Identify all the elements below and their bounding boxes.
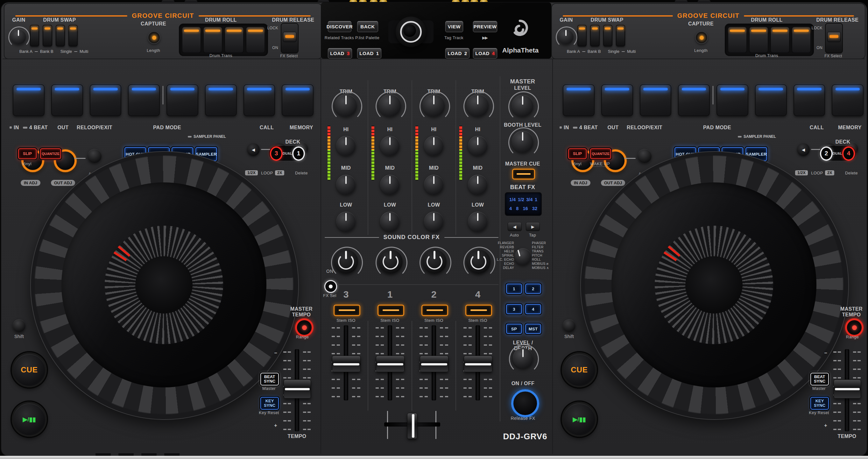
channel-fader-ch2[interactable] [420, 356, 448, 372]
performance-pad-5[interactable] [716, 84, 748, 116]
call-prev-button[interactable]: ◀ [797, 143, 810, 156]
performance-pad-6[interactable] [755, 84, 787, 116]
play-pause-button[interactable]: ▶/▮▮ [12, 402, 47, 437]
fx-on-off-button[interactable] [511, 389, 539, 417]
color-fx-knob-ch2[interactable] [423, 250, 446, 274]
reloop-exit-button[interactable] [88, 149, 101, 163]
key-sync-button[interactable]: KEYSYNC [810, 397, 829, 410]
performance-pad-2[interactable] [51, 84, 83, 116]
beat-prev-button[interactable]: ◀ [508, 222, 522, 231]
deck-1-button[interactable]: 1 [292, 146, 305, 161]
load-2-button[interactable]: LOAD2 [445, 48, 469, 59]
trim-knob-ch4[interactable] [467, 94, 489, 117]
stem-iso-button-ch1[interactable] [377, 305, 404, 316]
load-3-button[interactable]: LOAD3 [328, 48, 352, 59]
eq-mid-knob-ch3[interactable] [336, 175, 356, 194]
stem-iso-button-ch2[interactable] [422, 305, 448, 316]
performance-pad-4[interactable] [128, 84, 160, 116]
trim-knob-ch1[interactable] [379, 94, 401, 117]
cue-button[interactable]: CUE [562, 353, 597, 387]
fx-assign-1-button[interactable]: 1 [506, 284, 522, 294]
tempo-label: TEMPO [284, 433, 310, 439]
eq-hi-knob-ch3[interactable] [336, 136, 356, 156]
fx-assign-master-button[interactable]: MST [525, 324, 541, 334]
browse-panel: DISCOVER Related Tracks BACK P.list Pale… [321, 3, 551, 59]
master-level-knob[interactable] [512, 95, 533, 117]
sampler-panel-label: SAMPLER PANEL [193, 134, 226, 139]
fx-assign-3-button[interactable]: 3 [506, 304, 522, 314]
deck-4-button[interactable]: 4 [842, 146, 855, 161]
back-button[interactable]: BACK [357, 21, 378, 32]
fx-assign-4-button[interactable]: 4 [525, 304, 541, 314]
performance-pad-3[interactable] [640, 84, 672, 116]
color-fx-knob-ch1[interactable] [378, 250, 403, 274]
beat-sync-button[interactable]: BEATSYNC [810, 373, 829, 386]
trim-knob-ch2[interactable] [423, 94, 445, 117]
performance-pad-1[interactable] [13, 84, 44, 116]
beat-next-button[interactable]: ▶ [526, 222, 540, 231]
master-tempo-button[interactable] [295, 318, 313, 337]
discover-button[interactable]: DISCOVER [328, 21, 351, 32]
performance-pad-1[interactable] [563, 84, 595, 116]
preview-button[interactable]: PREVIEW [473, 21, 497, 32]
eq-low-knob-ch1[interactable] [380, 212, 400, 232]
channel-fader-ch1[interactable] [376, 356, 405, 372]
beat-fx-select-knob[interactable] [515, 248, 531, 265]
color-fx-knob-ch3[interactable] [334, 250, 358, 274]
crossfader[interactable] [407, 413, 417, 439]
eq-hi-knob-ch2[interactable] [424, 136, 444, 156]
eq-hi-knob-ch4[interactable] [468, 136, 488, 156]
stem-iso-button-ch3[interactable] [334, 305, 360, 316]
channel-number: 4 [468, 289, 487, 300]
tempo-fader[interactable] [284, 379, 311, 399]
performance-pad-5[interactable] [166, 84, 198, 116]
eq-mid-knob-ch2[interactable] [424, 175, 444, 194]
quantize-button[interactable]: QUANTIZE [590, 148, 611, 159]
eq-mid-knob-ch4[interactable] [468, 175, 488, 194]
deck-3-button[interactable]: 3 [270, 146, 283, 161]
sound-color-fx-label: SOUND COLOR FX [383, 234, 440, 241]
performance-pad-7[interactable] [244, 84, 275, 116]
load-1-button[interactable]: LOAD1 [357, 48, 381, 59]
eq-low-knob-ch4[interactable] [468, 212, 488, 232]
channel-fader-ch4[interactable] [464, 356, 492, 372]
eq-low-knob-ch3[interactable] [336, 212, 356, 232]
eq-low-knob-ch2[interactable] [424, 212, 444, 232]
trim-knob-ch3[interactable] [335, 94, 357, 117]
performance-pad-8[interactable] [832, 84, 864, 116]
booth-level-knob[interactable] [512, 131, 533, 152]
eq-mid-knob-ch1[interactable] [380, 175, 400, 194]
performance-pad-2[interactable] [601, 84, 633, 116]
fx-assign-sampler-button[interactable]: SP [506, 324, 522, 334]
performance-pad-6[interactable] [205, 84, 237, 116]
performance-pad-3[interactable] [90, 84, 122, 116]
cue-button[interactable]: CUE [12, 353, 47, 387]
shift-button[interactable] [563, 319, 576, 332]
beat-sync-button[interactable]: BEATSYNC [260, 373, 279, 386]
level-depth-knob[interactable] [513, 348, 533, 368]
fx-assign-2-button[interactable]: 2 [525, 284, 541, 294]
slip-button[interactable]: SLIP [18, 148, 37, 159]
performance-pad-7[interactable] [794, 84, 825, 116]
performance-pad-4[interactable] [678, 84, 710, 116]
quantize-button[interactable]: QUANTIZE [40, 148, 61, 159]
stem-iso-button-ch4[interactable] [465, 305, 492, 316]
play-pause-button[interactable]: ▶/▮▮ [562, 402, 597, 437]
color-fx-knob-ch4[interactable] [466, 250, 491, 274]
eq-hi-knob-ch1[interactable] [380, 136, 400, 156]
call-prev-button[interactable]: ◀ [247, 143, 260, 156]
slip-button[interactable]: SLIP [568, 148, 587, 159]
key-sync-button[interactable]: KEYSYNC [260, 397, 279, 410]
performance-pad-8[interactable] [282, 84, 313, 116]
tempo-fader[interactable] [834, 379, 861, 399]
color-fx-on-button[interactable] [324, 280, 337, 293]
master-tempo-button[interactable] [845, 318, 864, 337]
fx-name: SPIRAL [492, 253, 514, 257]
master-cue-button[interactable] [512, 169, 535, 180]
channel-fader-ch3[interactable] [332, 356, 361, 372]
deck-2-button[interactable]: 2 [820, 146, 833, 161]
reloop-exit-button[interactable] [638, 149, 652, 163]
shift-button[interactable] [13, 319, 26, 332]
load-4-button[interactable]: LOAD4 [473, 48, 497, 59]
view-button[interactable]: VIEW [445, 21, 463, 32]
